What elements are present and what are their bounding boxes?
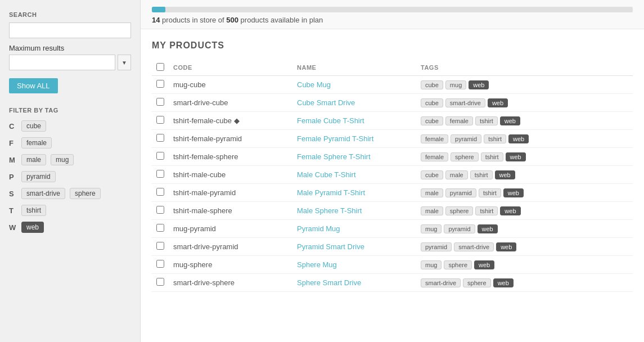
row-checkbox-10[interactable] (156, 260, 164, 268)
search-section: SEARCH Maximum results 250 ▼ Show ALL (9, 11, 131, 93)
filter-tag-mug[interactable]: mug (51, 154, 74, 165)
filter-tag-smart-drive[interactable]: smart-drive (21, 188, 65, 199)
tag-tshirt[interactable]: tshirt (484, 134, 506, 143)
tag-female[interactable]: female (421, 134, 448, 143)
tag-list: malespheretshirtweb (421, 206, 628, 215)
tag-smart-drive[interactable]: smart-drive (421, 278, 461, 287)
tag-web[interactable]: web (508, 134, 529, 143)
tag-cube[interactable]: cube (421, 170, 443, 179)
tag-smart-drive[interactable]: smart-drive (445, 98, 485, 107)
tag-web[interactable]: web (474, 260, 494, 269)
row-checkbox-1[interactable] (156, 98, 164, 106)
filter-tag-female[interactable]: female (21, 137, 52, 148)
row-checkbox-8[interactable] (156, 224, 164, 232)
row-checkbox-6[interactable] (156, 188, 164, 196)
product-name-link[interactable]: Female Cube T-Shirt (297, 116, 364, 125)
filter-tag-sphere[interactable]: sphere (70, 188, 101, 199)
product-code: smart-drive-sphere (169, 274, 292, 292)
tag-web[interactable]: web (488, 98, 508, 107)
tag-web[interactable]: web (469, 80, 489, 89)
tag-mug[interactable]: mug (445, 80, 466, 89)
row-checkbox-5[interactable] (156, 170, 164, 178)
tag-sphere[interactable]: sphere (463, 278, 491, 287)
tag-sphere[interactable]: sphere (445, 206, 474, 215)
filter-group-p: Ppyramid (9, 171, 131, 182)
max-results-input[interactable]: 250 (9, 55, 115, 70)
product-name-link[interactable]: Cube Smart Drive (297, 98, 355, 107)
filter-tag-male[interactable]: male (21, 154, 46, 165)
table-row: mug-sphereSphere Mugmugsphereweb (152, 256, 633, 274)
tag-list: pyramidsmart-driveweb (421, 242, 628, 251)
tag-web[interactable]: web (506, 152, 526, 161)
tag-mug[interactable]: mug (421, 224, 442, 233)
tag-mug[interactable]: mug (421, 260, 442, 269)
tag-pyramid[interactable]: pyramid (445, 188, 476, 197)
product-code: tshirt-male-sphere (169, 202, 292, 220)
progress-total: 500 (226, 16, 238, 24)
tag-list: femalepyramidtshirtweb (421, 134, 628, 143)
product-name-link[interactable]: Female Pyramid T-Shirt (297, 134, 373, 143)
filter-tag-cube[interactable]: cube (21, 120, 46, 132)
tag-pyramid[interactable]: pyramid (421, 242, 452, 251)
max-results-dropdown-button[interactable]: ▼ (118, 55, 131, 70)
tag-web[interactable]: web (503, 188, 524, 197)
tag-tshirt[interactable]: tshirt (475, 206, 498, 215)
tag-male[interactable]: male (445, 170, 468, 179)
tag-list: cubemugweb (421, 80, 628, 89)
tag-web[interactable]: web (493, 278, 514, 287)
row-checkbox-9[interactable] (156, 242, 164, 250)
tag-web[interactable]: web (478, 224, 498, 233)
products-tbody: mug-cubeCube Mugcubemugwebsmart-drive-cu… (152, 76, 633, 292)
row-checkbox-11[interactable] (156, 278, 164, 286)
tag-cube[interactable]: cube (421, 116, 443, 125)
tag-male[interactable]: male (421, 188, 443, 197)
row-checkbox-0[interactable] (156, 80, 164, 88)
filter-tag-web[interactable]: web (21, 222, 44, 233)
filter-tag-tshirt[interactable]: tshirt (21, 205, 46, 216)
filter-group-m: Mmalemug (9, 154, 131, 165)
product-name-link[interactable]: Sphere Smart Drive (297, 278, 361, 287)
product-name-link[interactable]: Pyramid Mug (297, 224, 340, 233)
filter-tag-pyramid[interactable]: pyramid (21, 171, 56, 182)
tag-sphere[interactable]: sphere (444, 260, 472, 269)
tag-list: cubesmart-driveweb (421, 98, 628, 107)
tag-pyramid[interactable]: pyramid (444, 224, 475, 233)
tag-tshirt[interactable]: tshirt (470, 170, 493, 179)
tag-female[interactable]: female (421, 152, 448, 161)
tag-cube[interactable]: cube (421, 98, 443, 107)
tag-tshirt[interactable]: tshirt (481, 152, 503, 161)
tag-smart-drive[interactable]: smart-drive (454, 242, 494, 251)
row-checkbox-7[interactable] (156, 206, 164, 214)
tag-sphere[interactable]: sphere (451, 152, 479, 161)
tag-pyramid[interactable]: pyramid (451, 134, 481, 143)
table-row: tshirt-female-sphereFemale Sphere T-Shir… (152, 148, 633, 166)
product-name-link[interactable]: Male Pyramid T-Shirt (297, 188, 365, 197)
product-name-link[interactable]: Male Sphere T-Shirt (297, 206, 362, 215)
product-name-link[interactable]: Male Cube T-Shirt (297, 170, 356, 179)
product-name-link[interactable]: Female Sphere T-Shirt (297, 152, 371, 161)
select-all-checkbox[interactable] (156, 63, 164, 71)
show-all-button[interactable]: Show ALL (9, 78, 58, 93)
tag-tshirt[interactable]: tshirt (479, 188, 501, 197)
tag-cube[interactable]: cube (421, 80, 443, 89)
tag-web[interactable]: web (496, 242, 516, 251)
row-checkbox-2[interactable] (156, 116, 164, 124)
tag-male[interactable]: male (421, 206, 443, 215)
tag-list: cubefemaletshirtweb (421, 116, 628, 125)
product-name-link[interactable]: Sphere Mug (297, 260, 337, 269)
tag-web[interactable]: web (495, 170, 515, 179)
tag-tshirt[interactable]: tshirt (475, 116, 498, 125)
product-name-link[interactable]: Pyramid Smart Drive (297, 242, 364, 251)
product-code: mug-sphere (169, 256, 292, 274)
row-checkbox-3[interactable] (156, 134, 164, 142)
tag-female[interactable]: female (445, 116, 473, 125)
sidebar: SEARCH Maximum results 250 ▼ Show ALL FI… (0, 0, 141, 342)
tag-web[interactable]: web (500, 116, 520, 125)
row-checkbox-4[interactable] (156, 152, 164, 160)
table-header-row: CODE NAME TAGS (152, 60, 633, 76)
tag-web[interactable]: web (500, 206, 520, 215)
search-input[interactable] (9, 22, 131, 38)
tag-list: femalespheretshirtweb (421, 152, 628, 161)
progress-bar-outer (152, 7, 633, 12)
product-name-link[interactable]: Cube Mug (297, 80, 331, 89)
